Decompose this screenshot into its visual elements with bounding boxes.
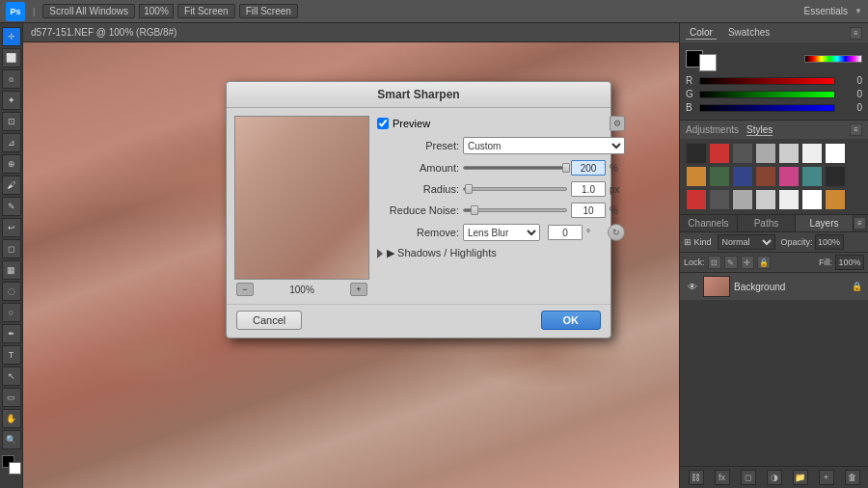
reduce-noise-slider[interactable] (463, 208, 567, 212)
style-swatch-3[interactable] (755, 143, 776, 164)
layer-visibility-eye[interactable]: 👁 (686, 280, 699, 293)
fill-label: Fill: (819, 258, 832, 267)
blend-mode-select[interactable]: Normal (718, 234, 775, 250)
eyedropper-tool[interactable]: ⊿ (2, 133, 21, 152)
history-brush-tool[interactable]: ↩ (2, 218, 21, 237)
tab-color[interactable]: Color (686, 26, 717, 40)
fill-screen-button[interactable]: Fill Screen (239, 4, 298, 18)
style-swatch-5[interactable] (801, 143, 823, 164)
preview-zoom-in-button[interactable]: + (350, 283, 367, 296)
ok-button[interactable]: OK (541, 311, 602, 330)
hand-tool[interactable]: ✋ (2, 409, 21, 428)
tab-adjustments[interactable]: Adjustments (686, 124, 739, 135)
crop-tool[interactable]: ⊡ (2, 112, 21, 131)
new-layer-button[interactable]: + (819, 470, 834, 485)
settings-gear-button[interactable]: ⚙ (610, 116, 625, 131)
move-tool[interactable]: ✛ (2, 27, 21, 46)
tab-styles[interactable]: Styles (746, 124, 773, 136)
lock-all-button[interactable]: 🔒 (757, 256, 771, 269)
radius-slider[interactable] (463, 187, 567, 191)
spectrum-bar[interactable] (804, 55, 862, 63)
style-swatch-1[interactable] (709, 143, 730, 164)
r-channel-bar[interactable] (699, 77, 835, 85)
style-swatch-4[interactable] (778, 143, 800, 164)
remove-select[interactable]: Lens Blur Gaussian Blur Motion Blur (463, 224, 540, 241)
layer-background[interactable]: 👁 Background 🔒 (680, 273, 868, 301)
canvas-tab: d577-151.NEF @ 100% (RGB/8#) (23, 23, 679, 42)
preview-checkbox[interactable] (377, 118, 389, 129)
quick-select-tool[interactable]: ✦ (2, 91, 21, 110)
background-color-swatch[interactable] (9, 462, 21, 474)
style-swatch-9[interactable] (732, 166, 753, 187)
lock-position-button[interactable]: ✛ (741, 256, 754, 269)
reduce-noise-input[interactable] (571, 203, 606, 218)
lock-transparent-button[interactable]: ⊡ (708, 256, 721, 269)
pen-tool[interactable]: ✒ (2, 324, 21, 343)
preview-zoom-out-button[interactable]: − (236, 283, 254, 296)
link-layers-button[interactable]: ⛓ (689, 470, 704, 485)
angle-rotate-button[interactable]: ↻ (608, 224, 625, 241)
preset-select[interactable]: Custom (463, 137, 625, 154)
delete-layer-button[interactable]: 🗑 (845, 470, 860, 485)
style-swatch-8[interactable] (709, 166, 730, 187)
style-swatch-18[interactable] (778, 189, 800, 210)
lock-image-button[interactable]: ✎ (724, 256, 738, 269)
tab-layers[interactable]: Layers (796, 215, 854, 231)
color-panel-menu-button[interactable]: ≡ (850, 27, 862, 40)
style-swatch-15[interactable] (709, 189, 730, 210)
amount-input[interactable] (571, 160, 606, 176)
path-selection-tool[interactable]: ↖ (2, 366, 21, 386)
style-swatch-10[interactable] (755, 166, 776, 187)
style-swatch-17[interactable] (755, 189, 776, 210)
style-swatch-0[interactable] (686, 143, 707, 164)
g-channel-bar[interactable] (699, 91, 835, 98)
type-tool[interactable]: T (2, 345, 21, 365)
style-swatch-12[interactable] (801, 166, 823, 187)
lasso-tool[interactable]: ⌾ (2, 69, 21, 89)
style-swatch-14[interactable] (686, 189, 707, 210)
adjustments-panel-menu-button[interactable]: ≡ (850, 123, 862, 136)
b-channel-bar[interactable] (699, 104, 835, 112)
fg-bg-colors[interactable] (2, 455, 21, 474)
zoom-tool[interactable]: 🔍 (2, 430, 21, 449)
style-swatch-2[interactable] (732, 143, 753, 164)
style-swatch-6[interactable] (825, 143, 846, 164)
workspace-menu-icon[interactable]: ▼ (854, 7, 862, 15)
style-swatch-19[interactable] (801, 189, 823, 210)
add-layer-style-button[interactable]: fx (715, 470, 730, 485)
new-group-button[interactable]: 📁 (793, 470, 808, 485)
scroll-all-windows-button[interactable]: Scroll All Windows (42, 4, 135, 18)
dialog-title-bar: Smart Sharpen (227, 82, 610, 108)
tab-swatches[interactable]: Swatches (724, 26, 773, 40)
new-adjustment-layer-button[interactable]: ◑ (767, 470, 782, 485)
tab-channels[interactable]: Channels (680, 215, 738, 231)
add-mask-button[interactable]: ◻ (741, 470, 756, 485)
cancel-button[interactable]: Cancel (236, 311, 302, 330)
dodge-tool[interactable]: ○ (2, 303, 21, 322)
radius-input[interactable] (571, 181, 606, 197)
brush-tool[interactable]: 🖌 (2, 176, 21, 195)
eraser-tool[interactable]: ◻ (2, 239, 21, 258)
layers-panel-menu-button[interactable]: ≡ (854, 217, 866, 230)
preview-image (234, 116, 369, 280)
style-swatch-20[interactable] (825, 189, 846, 210)
clone-stamp-tool[interactable]: ✎ (2, 197, 21, 216)
shape-tool[interactable]: ▭ (2, 388, 21, 407)
healing-brush-tool[interactable]: ⊕ (2, 154, 21, 174)
style-swatch-7[interactable] (686, 166, 707, 187)
marquee-tool[interactable]: ⬜ (2, 48, 21, 68)
fill-input[interactable] (835, 255, 864, 270)
fit-screen-button[interactable]: Fit Screen (177, 4, 235, 18)
blur-tool[interactable]: ◌ (2, 282, 21, 301)
background-color-display[interactable] (699, 54, 717, 71)
amount-slider[interactable] (463, 166, 567, 170)
dialog-buttons: Cancel OK (227, 304, 610, 338)
style-swatch-13[interactable] (825, 166, 846, 187)
shadows-highlights-toggle[interactable]: ▶ Shadows / Highlights (377, 247, 625, 259)
tab-paths[interactable]: Paths (738, 215, 796, 231)
opacity-input[interactable] (815, 234, 844, 250)
style-swatch-11[interactable] (778, 166, 800, 187)
remove-angle-input[interactable] (548, 225, 583, 240)
style-swatch-16[interactable] (732, 189, 753, 210)
gradient-tool[interactable]: ▦ (2, 260, 21, 280)
